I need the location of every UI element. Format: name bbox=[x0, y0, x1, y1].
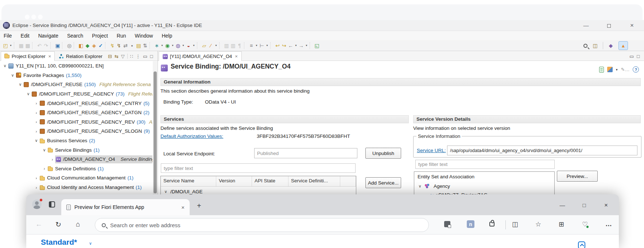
caret-down-icon[interactable]: ▾ bbox=[616, 68, 618, 71]
restore-button[interactable] bbox=[603, 20, 615, 31]
coverage-icon[interactable]: ◒ bbox=[185, 42, 192, 50]
tree-item[interactable]: ∨ /DMO/FLIGHT_REUSE_AGENCY (73) Flight R… bbox=[0, 89, 152, 99]
service-url-field[interactable] bbox=[447, 146, 637, 155]
tree-item[interactable]: › /DMO/FLIGHT_REUSE_AGENCY_CNTRY (5) Ag bbox=[0, 98, 152, 108]
entity-filter-input[interactable] bbox=[415, 160, 555, 169]
lock-icon[interactable]: ▪ bbox=[129, 42, 135, 50]
expander-icon[interactable]: ∨ bbox=[163, 189, 168, 194]
unpublish-button[interactable]: Unpublish bbox=[365, 148, 401, 159]
debug-perspective-icon[interactable]: ◆ bbox=[607, 42, 615, 50]
expander-icon[interactable]: › bbox=[34, 111, 39, 115]
back-icon[interactable]: ← bbox=[35, 220, 42, 228]
disabled-icon[interactable]: ▥ bbox=[223, 42, 230, 50]
tab-actions-icon[interactable] bbox=[49, 201, 55, 208]
refresh-icon[interactable]: ↻ bbox=[55, 220, 61, 229]
tree-item[interactable]: › /DMO/FLIGHT_REUSE_AGENCY_REV (30) Age bbox=[0, 117, 152, 127]
minimize-view-icon[interactable]: ▭ bbox=[143, 54, 147, 59]
extensions-icon[interactable] bbox=[489, 222, 494, 226]
maximize-button[interactable]: □ bbox=[577, 200, 591, 210]
close-icon[interactable]: × bbox=[48, 54, 51, 59]
open-perspective-icon[interactable]: ◫ bbox=[591, 42, 599, 50]
export-icon[interactable] bbox=[599, 67, 604, 73]
hierarchy-icon[interactable]: ⊢ bbox=[259, 42, 265, 50]
expander-icon[interactable]: ∨ bbox=[42, 148, 47, 152]
separator[interactable] bbox=[310, 42, 313, 49]
caret-icon[interactable]: ▾ bbox=[181, 42, 185, 50]
search-objects-icon[interactable]: ◎ bbox=[66, 42, 73, 50]
share-icon[interactable] bbox=[578, 241, 585, 248]
activate-all-icon[interactable]: ↯ bbox=[116, 42, 122, 50]
sap-gui-icon[interactable]: ▣ bbox=[54, 42, 61, 50]
menu-item[interactable]: Run bbox=[117, 33, 126, 39]
separator[interactable] bbox=[50, 42, 53, 49]
outline-icon[interactable]: ≡ bbox=[248, 42, 255, 50]
tab-project-explorer[interactable]: Project Explorer × bbox=[1, 51, 55, 61]
help-icon[interactable]: ? bbox=[633, 66, 639, 73]
separator[interactable] bbox=[62, 42, 65, 49]
expander-icon[interactable]: › bbox=[42, 166, 47, 171]
menu-item[interactable]: Search bbox=[67, 33, 83, 39]
expander-icon[interactable]: ∨ bbox=[417, 184, 423, 189]
maximize-view-icon[interactable]: □ bbox=[150, 54, 153, 59]
column-header[interactable]: API State bbox=[252, 176, 288, 186]
separator[interactable] bbox=[150, 42, 152, 49]
split-screen-icon[interactable]: ◫ bbox=[512, 220, 518, 228]
search-icon[interactable] bbox=[583, 44, 587, 48]
favorite-object-icon[interactable]: ◈ bbox=[91, 42, 97, 50]
caret-icon[interactable]: ▾ bbox=[255, 42, 259, 50]
browser-essentials-icon[interactable]: ♡ bbox=[582, 220, 588, 228]
column-header[interactable]: Service Name bbox=[161, 176, 216, 186]
menu-item[interactable]: Help bbox=[162, 33, 172, 39]
tree-item[interactable]: › Cloud Identity and Access Management (… bbox=[0, 183, 152, 192]
expander-icon[interactable]: ∨ bbox=[10, 73, 15, 78]
services-filter-input[interactable] bbox=[161, 163, 356, 173]
expander-icon[interactable]: › bbox=[50, 157, 55, 162]
menu-item[interactable]: Project bbox=[92, 33, 108, 39]
minimize-button[interactable]: — bbox=[555, 200, 570, 210]
expander-icon[interactable]: ∨ bbox=[2, 63, 8, 68]
n-extension-icon[interactable]: n bbox=[467, 220, 474, 228]
save-all-icon[interactable]: ▩ bbox=[24, 42, 31, 50]
focus-icon[interactable]: ∷ bbox=[130, 54, 133, 59]
edit-pencil-icon[interactable]: ✎… bbox=[621, 67, 630, 72]
preview-button[interactable]: Preview... bbox=[557, 171, 598, 182]
last-edit-icon[interactable]: ↩ bbox=[274, 42, 281, 50]
close-icon[interactable]: × bbox=[235, 54, 238, 59]
sync-icon[interactable]: ⇅ bbox=[142, 42, 148, 50]
expander-icon[interactable]: ∨ bbox=[34, 138, 39, 143]
expander-icon[interactable]: › bbox=[34, 101, 39, 105]
collapse-all-icon[interactable]: ⊟ bbox=[108, 54, 112, 59]
new-wizard-icon[interactable]: ◰ bbox=[2, 42, 9, 50]
expander-icon[interactable]: ∨ bbox=[26, 92, 31, 96]
debug-icon[interactable]: ∗ bbox=[154, 42, 160, 50]
minimize-view-icon[interactable]: ▭ bbox=[629, 54, 634, 59]
tree-item[interactable]: ∨ Agency bbox=[414, 182, 554, 190]
extension-icon[interactable] bbox=[444, 221, 450, 227]
add-service-button[interactable]: Add Service... bbox=[365, 177, 401, 188]
expander-icon[interactable]: › bbox=[34, 176, 39, 180]
link-with-editor-icon[interactable]: ⇆ bbox=[115, 54, 119, 59]
nav-back-icon[interactable]: ← bbox=[287, 42, 294, 50]
scrollbar-thumb[interactable] bbox=[154, 71, 157, 193]
disabled-icon[interactable]: ▥ bbox=[230, 42, 236, 50]
expander-icon[interactable]: › bbox=[34, 185, 39, 190]
separator[interactable] bbox=[197, 42, 200, 49]
address-bar[interactable]: Search or enter web address bbox=[95, 218, 429, 232]
link-object-icon[interactable]: ◆ bbox=[84, 42, 91, 50]
new-window-icon[interactable]: ◱ bbox=[314, 42, 320, 50]
separator[interactable] bbox=[270, 42, 273, 49]
nav-forward-icon[interactable]: → bbox=[298, 42, 304, 50]
tree-item[interactable]: › /DMO/FLIGHT_REUSE_AGENCY_DATGN (2) A bbox=[0, 108, 152, 117]
separator[interactable] bbox=[74, 42, 77, 49]
view-menu-icon[interactable]: ⋮ bbox=[136, 54, 140, 59]
show-whitespace-icon[interactable]: ¶ bbox=[236, 42, 243, 50]
caret-icon[interactable]: ▾ bbox=[160, 42, 164, 50]
column-header[interactable]: Service Definiti... bbox=[288, 176, 340, 186]
profile-icon[interactable]: ◍ bbox=[175, 42, 181, 50]
open-resource-icon[interactable]: ▱ bbox=[201, 42, 207, 50]
caret-icon[interactable]: ▾ bbox=[9, 42, 13, 50]
minimize-button[interactable]: — bbox=[580, 20, 592, 31]
close-button[interactable]: × bbox=[599, 200, 613, 210]
home-icon[interactable]: ⌂ bbox=[76, 220, 80, 228]
variant-caret-icon[interactable]: ∨ bbox=[89, 241, 92, 246]
